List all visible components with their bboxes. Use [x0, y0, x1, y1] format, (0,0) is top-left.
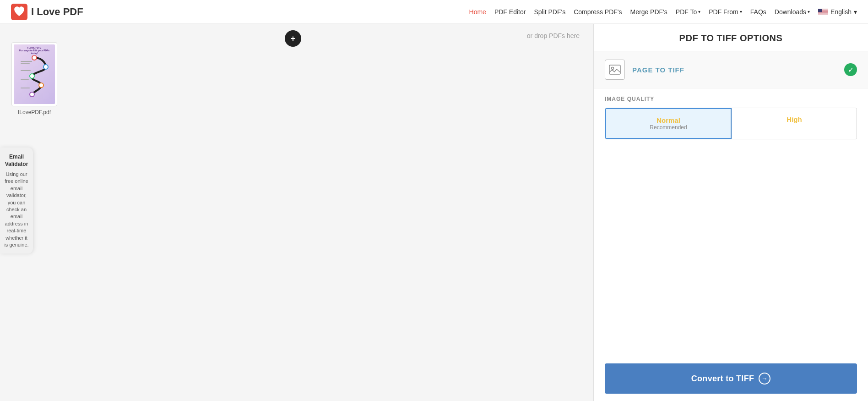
pdf-illustration [16, 55, 53, 97]
nav-pdf-editor[interactable]: PDF Editor [494, 8, 526, 16]
panel-body: PAGE TO TIFF ✓ IMAGE QUALITY Normal Reco… [594, 51, 868, 356]
quality-high-label: High [737, 115, 852, 123]
page-to-tiff-label: PAGE TO TIFF [632, 66, 837, 74]
logo-text: I Love PDF [31, 6, 83, 18]
nav-pdf-to-dropdown[interactable]: PDF To ▾ [676, 8, 700, 16]
add-pdf-button[interactable]: + [285, 30, 301, 47]
content-area: + or drop PDFs here I LOVE PDF2 Fun ways… [0, 24, 593, 401]
chevron-down-icon: ▾ [698, 9, 700, 14]
pdf-filename: ILovePDF.pdf [18, 109, 51, 115]
page-to-tiff-row: PAGE TO TIFF ✓ [594, 51, 868, 88]
pdf-preview-inner: I LOVE PDF2 Fun ways to Edit your PDFs t… [14, 44, 55, 104]
convert-to-tiff-button[interactable]: Convert to TIFF → [605, 363, 857, 394]
email-validator-widget[interactable]: Email Validator Using our free online em… [0, 147, 33, 254]
quality-normal-option[interactable]: Normal Recommended [605, 108, 732, 139]
quality-high-option[interactable]: High [732, 108, 857, 139]
image-icon [608, 63, 621, 76]
checkmark-icon: ✓ [848, 66, 854, 74]
language-selector[interactable]: English ▾ [818, 8, 857, 16]
pdf-title-bar: I LOVE PDF2 Fun ways to Edit your PDFs t… [16, 46, 53, 55]
logo-icon [11, 4, 27, 20]
svg-point-21 [612, 67, 614, 70]
panel-header: PDF TO TIFF OPTIONS [594, 24, 868, 51]
quality-normal-label: Normal [611, 116, 726, 124]
svg-point-11 [43, 65, 48, 69]
svg-point-12 [30, 74, 34, 78]
svg-point-10 [32, 55, 37, 60]
plus-icon: + [291, 34, 296, 44]
check-icon: ✓ [844, 63, 857, 76]
svg-rect-6 [818, 13, 828, 13]
svg-rect-18 [21, 79, 29, 80]
svg-rect-17 [21, 70, 31, 71]
nav-split-pdfs[interactable]: Split PDF's [534, 8, 565, 16]
panel-title: PDF TO TIFF OPTIONS [679, 33, 783, 43]
logo-link[interactable]: I Love PDF [11, 4, 83, 20]
svg-rect-20 [609, 65, 620, 74]
nav-links: Home PDF Editor Split PDF's Compress PDF… [469, 8, 857, 16]
svg-point-13 [39, 83, 43, 88]
svg-rect-7 [818, 14, 828, 14]
arrow-circle-icon: → [759, 373, 770, 385]
nav-merge-pdfs[interactable]: Merge PDF's [630, 8, 667, 16]
svg-rect-16 [21, 63, 30, 64]
us-flag-icon [818, 9, 828, 15]
page-to-tiff-icon [605, 60, 625, 80]
chevron-down-icon: ▾ [808, 9, 810, 14]
widget-body: Using our free online email validator, y… [4, 171, 29, 248]
drop-hint-text: or drop PDFs here [527, 32, 580, 39]
quality-options: Normal Recommended High [605, 108, 857, 139]
language-label: English [830, 8, 852, 16]
image-quality-label: IMAGE QUALITY [605, 96, 857, 102]
svg-rect-8 [818, 9, 822, 12]
convert-btn-label: Convert to TIFF [691, 374, 754, 384]
nav-pdf-from-dropdown[interactable]: PDF From ▾ [709, 8, 742, 16]
pdf-card[interactable]: I LOVE PDF2 Fun ways to Edit your PDFs t… [9, 42, 60, 115]
navbar: I Love PDF Home PDF Editor Split PDF's C… [0, 0, 868, 24]
svg-rect-5 [818, 12, 828, 12]
quality-section: IMAGE QUALITY Normal Recommended High [594, 88, 868, 147]
quality-normal-sub: Recommended [611, 124, 726, 131]
widget-title: Email Validator [4, 153, 29, 168]
right-panel: PDF TO TIFF OPTIONS PAGE TO TIFF ✓ [593, 24, 868, 401]
convert-btn-area: Convert to TIFF → [594, 356, 868, 401]
nav-home[interactable]: Home [469, 8, 486, 16]
chevron-down-icon: ▾ [740, 9, 742, 14]
svg-point-14 [30, 92, 34, 97]
nav-compress-pdfs[interactable]: Compress PDF's [574, 8, 622, 16]
svg-rect-19 [21, 88, 30, 88]
pdf-thumbnail: I LOVE PDF2 Fun ways to Edit your PDFs t… [11, 42, 57, 106]
nav-faqs[interactable]: FAQs [750, 8, 766, 16]
svg-rect-15 [21, 61, 32, 62]
language-chevron-icon: ▾ [854, 8, 857, 16]
main-layout: + or drop PDFs here I LOVE PDF2 Fun ways… [0, 24, 868, 401]
arrow-right-icon: → [761, 375, 768, 382]
nav-downloads-dropdown[interactable]: Downloads ▾ [775, 8, 810, 16]
